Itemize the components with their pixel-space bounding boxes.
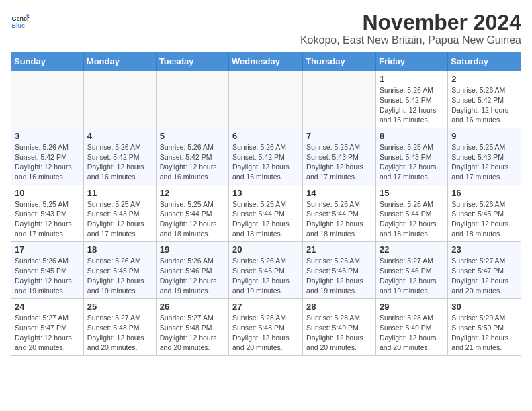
- day-number: 26: [160, 302, 225, 312]
- week-row: 24Sunrise: 5:27 AM Sunset: 5:47 PM Dayli…: [11, 299, 521, 356]
- day-number: 25: [87, 302, 152, 312]
- day-cell: 10Sunrise: 5:25 AM Sunset: 5:43 PM Dayli…: [11, 185, 84, 242]
- day-info: Sunrise: 5:27 AM Sunset: 5:47 PM Dayligh…: [451, 256, 517, 295]
- day-number: 22: [380, 244, 444, 255]
- day-cell: 24Sunrise: 5:27 AM Sunset: 5:47 PM Dayli…: [11, 299, 84, 356]
- day-cell: 2Sunrise: 5:26 AM Sunset: 5:42 PM Daylig…: [448, 71, 521, 128]
- day-cell: [303, 71, 376, 128]
- day-cell: 15Sunrise: 5:26 AM Sunset: 5:44 PM Dayli…: [375, 185, 447, 242]
- day-info: Sunrise: 5:26 AM Sunset: 5:45 PM Dayligh…: [451, 199, 517, 239]
- day-info: Sunrise: 5:25 AM Sunset: 5:43 PM Dayligh…: [380, 142, 444, 182]
- day-number: 13: [232, 188, 299, 198]
- day-info: Sunrise: 5:26 AM Sunset: 5:42 PM Dayligh…: [380, 85, 444, 125]
- day-info: Sunrise: 5:26 AM Sunset: 5:42 PM Dayligh…: [87, 142, 152, 182]
- day-info: Sunrise: 5:28 AM Sunset: 5:48 PM Dayligh…: [232, 313, 299, 353]
- week-row: 1Sunrise: 5:26 AM Sunset: 5:42 PM Daylig…: [11, 71, 521, 128]
- day-cell: 11Sunrise: 5:25 AM Sunset: 5:43 PM Dayli…: [83, 185, 156, 242]
- header: General Blue November 2024 Kokopo, East …: [11, 11, 521, 46]
- subtitle: Kokopo, East New Britain, Papua New Guin…: [300, 34, 521, 46]
- day-info: Sunrise: 5:26 AM Sunset: 5:42 PM Dayligh…: [160, 142, 225, 182]
- day-number: 3: [15, 131, 80, 141]
- day-number: 1: [380, 74, 444, 84]
- day-number: 24: [15, 302, 80, 312]
- day-cell: 19Sunrise: 5:26 AM Sunset: 5:46 PM Dayli…: [156, 242, 228, 299]
- day-cell: 29Sunrise: 5:28 AM Sunset: 5:49 PM Dayli…: [375, 299, 447, 356]
- day-number: 30: [451, 302, 517, 312]
- day-cell: [11, 71, 84, 128]
- day-number: 9: [451, 131, 517, 141]
- day-number: 4: [87, 131, 152, 141]
- day-info: Sunrise: 5:27 AM Sunset: 5:48 PM Dayligh…: [160, 313, 225, 353]
- day-info: Sunrise: 5:25 AM Sunset: 5:43 PM Dayligh…: [451, 142, 517, 182]
- day-cell: 7Sunrise: 5:25 AM Sunset: 5:43 PM Daylig…: [303, 128, 376, 185]
- day-cell: 12Sunrise: 5:25 AM Sunset: 5:44 PM Dayli…: [156, 185, 228, 242]
- day-info: Sunrise: 5:26 AM Sunset: 5:42 PM Dayligh…: [232, 142, 299, 182]
- day-cell: 30Sunrise: 5:29 AM Sunset: 5:50 PM Dayli…: [448, 299, 521, 356]
- day-number: 23: [451, 244, 517, 255]
- day-info: Sunrise: 5:26 AM Sunset: 5:45 PM Dayligh…: [15, 256, 80, 295]
- header-day: Tuesday: [156, 52, 228, 71]
- header-day: Friday: [375, 52, 447, 71]
- day-cell: 20Sunrise: 5:26 AM Sunset: 5:46 PM Dayli…: [229, 242, 303, 299]
- day-info: Sunrise: 5:25 AM Sunset: 5:44 PM Dayligh…: [160, 199, 225, 239]
- day-cell: 18Sunrise: 5:26 AM Sunset: 5:45 PM Dayli…: [83, 242, 156, 299]
- header-day: Saturday: [448, 52, 521, 71]
- header-day: Wednesday: [229, 52, 303, 71]
- day-cell: 22Sunrise: 5:27 AM Sunset: 5:46 PM Dayli…: [375, 242, 447, 299]
- day-info: Sunrise: 5:27 AM Sunset: 5:46 PM Dayligh…: [380, 256, 444, 295]
- month-title: November 2024: [300, 11, 521, 34]
- day-number: 2: [451, 74, 517, 84]
- day-number: 12: [160, 188, 225, 198]
- day-cell: 21Sunrise: 5:26 AM Sunset: 5:46 PM Dayli…: [303, 242, 376, 299]
- day-number: 29: [380, 302, 444, 312]
- logo: General Blue: [11, 11, 30, 30]
- day-cell: 23Sunrise: 5:27 AM Sunset: 5:47 PM Dayli…: [448, 242, 521, 299]
- week-row: 3Sunrise: 5:26 AM Sunset: 5:42 PM Daylig…: [11, 128, 521, 185]
- day-number: 14: [306, 188, 372, 198]
- day-number: 6: [232, 131, 299, 141]
- week-row: 17Sunrise: 5:26 AM Sunset: 5:45 PM Dayli…: [11, 242, 521, 299]
- day-number: 16: [451, 188, 517, 198]
- header-day: Thursday: [303, 52, 376, 71]
- day-number: 17: [15, 244, 80, 255]
- day-info: Sunrise: 5:25 AM Sunset: 5:44 PM Dayligh…: [232, 199, 299, 239]
- day-cell: [229, 71, 303, 128]
- day-number: 15: [380, 188, 444, 198]
- day-cell: 16Sunrise: 5:26 AM Sunset: 5:45 PM Dayli…: [448, 185, 521, 242]
- day-cell: 1Sunrise: 5:26 AM Sunset: 5:42 PM Daylig…: [375, 71, 447, 128]
- day-cell: 17Sunrise: 5:26 AM Sunset: 5:45 PM Dayli…: [11, 242, 84, 299]
- day-cell: 27Sunrise: 5:28 AM Sunset: 5:48 PM Dayli…: [229, 299, 303, 356]
- day-info: Sunrise: 5:26 AM Sunset: 5:44 PM Dayligh…: [380, 199, 444, 239]
- day-number: 11: [87, 188, 152, 198]
- day-info: Sunrise: 5:26 AM Sunset: 5:44 PM Dayligh…: [306, 199, 372, 239]
- day-cell: 25Sunrise: 5:27 AM Sunset: 5:48 PM Dayli…: [83, 299, 156, 356]
- header-row: SundayMondayTuesdayWednesdayThursdayFrid…: [11, 52, 521, 71]
- day-cell: 13Sunrise: 5:25 AM Sunset: 5:44 PM Dayli…: [229, 185, 303, 242]
- title-area: November 2024 Kokopo, East New Britain, …: [300, 11, 521, 46]
- day-cell: 3Sunrise: 5:26 AM Sunset: 5:42 PM Daylig…: [11, 128, 84, 185]
- day-cell: 26Sunrise: 5:27 AM Sunset: 5:48 PM Dayli…: [156, 299, 228, 356]
- day-info: Sunrise: 5:26 AM Sunset: 5:42 PM Dayligh…: [15, 142, 80, 182]
- day-info: Sunrise: 5:25 AM Sunset: 5:43 PM Dayligh…: [87, 199, 152, 239]
- day-info: Sunrise: 5:26 AM Sunset: 5:46 PM Dayligh…: [232, 256, 299, 295]
- day-cell: 6Sunrise: 5:26 AM Sunset: 5:42 PM Daylig…: [229, 128, 303, 185]
- day-number: 10: [15, 188, 80, 198]
- day-number: 27: [232, 302, 299, 312]
- day-info: Sunrise: 5:27 AM Sunset: 5:48 PM Dayligh…: [87, 313, 152, 353]
- day-cell: 9Sunrise: 5:25 AM Sunset: 5:43 PM Daylig…: [448, 128, 521, 185]
- day-number: 7: [306, 131, 372, 141]
- day-number: 19: [160, 244, 225, 255]
- day-cell: [83, 71, 156, 128]
- day-cell: 8Sunrise: 5:25 AM Sunset: 5:43 PM Daylig…: [375, 128, 447, 185]
- day-cell: [156, 71, 228, 128]
- svg-text:Blue: Blue: [11, 22, 25, 29]
- day-info: Sunrise: 5:26 AM Sunset: 5:45 PM Dayligh…: [87, 256, 152, 295]
- day-info: Sunrise: 5:25 AM Sunset: 5:43 PM Dayligh…: [15, 199, 80, 239]
- day-cell: 14Sunrise: 5:26 AM Sunset: 5:44 PM Dayli…: [303, 185, 376, 242]
- day-info: Sunrise: 5:28 AM Sunset: 5:49 PM Dayligh…: [380, 313, 444, 353]
- day-info: Sunrise: 5:26 AM Sunset: 5:42 PM Dayligh…: [451, 85, 517, 125]
- day-number: 21: [306, 244, 372, 255]
- day-info: Sunrise: 5:29 AM Sunset: 5:50 PM Dayligh…: [451, 313, 517, 353]
- week-row: 10Sunrise: 5:25 AM Sunset: 5:43 PM Dayli…: [11, 185, 521, 242]
- day-info: Sunrise: 5:26 AM Sunset: 5:46 PM Dayligh…: [306, 256, 372, 295]
